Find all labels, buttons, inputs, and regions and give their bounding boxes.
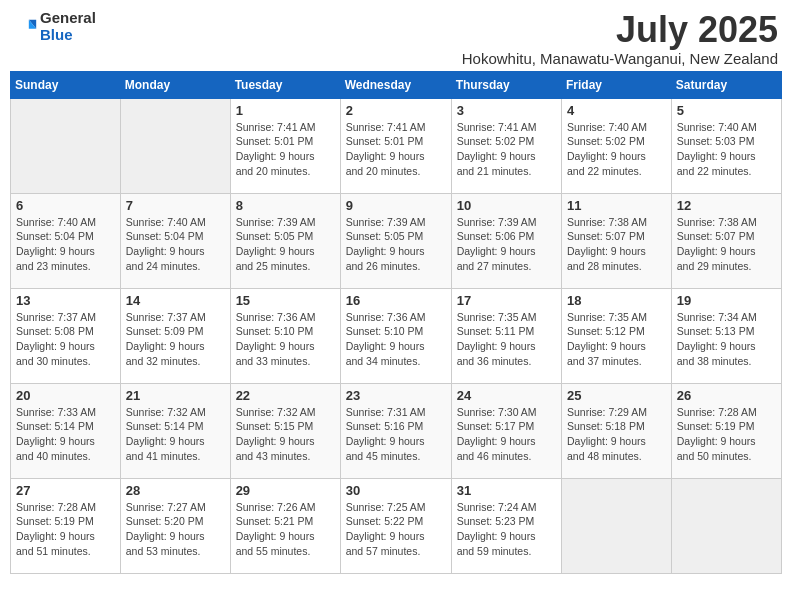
logo: General Blue — [14, 10, 96, 43]
day-number: 20 — [16, 388, 115, 403]
day-info: Sunrise: 7:40 AM Sunset: 5:04 PM Dayligh… — [126, 215, 225, 274]
calendar-cell: 12Sunrise: 7:38 AM Sunset: 5:07 PM Dayli… — [671, 193, 781, 288]
day-number: 26 — [677, 388, 776, 403]
day-number: 11 — [567, 198, 666, 213]
day-info: Sunrise: 7:34 AM Sunset: 5:13 PM Dayligh… — [677, 310, 776, 369]
column-header-sunday: Sunday — [11, 71, 121, 98]
logo-icon — [16, 16, 38, 38]
calendar-table: SundayMondayTuesdayWednesdayThursdayFrid… — [10, 71, 782, 574]
calendar-cell: 14Sunrise: 7:37 AM Sunset: 5:09 PM Dayli… — [120, 288, 230, 383]
day-info: Sunrise: 7:40 AM Sunset: 5:03 PM Dayligh… — [677, 120, 776, 179]
column-header-thursday: Thursday — [451, 71, 561, 98]
day-info: Sunrise: 7:24 AM Sunset: 5:23 PM Dayligh… — [457, 500, 556, 559]
day-info: Sunrise: 7:41 AM Sunset: 5:01 PM Dayligh… — [346, 120, 446, 179]
calendar-cell: 17Sunrise: 7:35 AM Sunset: 5:11 PM Dayli… — [451, 288, 561, 383]
day-number: 9 — [346, 198, 446, 213]
day-number: 16 — [346, 293, 446, 308]
calendar-cell: 27Sunrise: 7:28 AM Sunset: 5:19 PM Dayli… — [11, 478, 121, 573]
day-info: Sunrise: 7:41 AM Sunset: 5:01 PM Dayligh… — [236, 120, 335, 179]
day-info: Sunrise: 7:36 AM Sunset: 5:10 PM Dayligh… — [346, 310, 446, 369]
column-header-monday: Monday — [120, 71, 230, 98]
location-title: Hokowhitu, Manawatu-Wanganui, New Zealan… — [462, 50, 778, 67]
day-number: 22 — [236, 388, 335, 403]
calendar-week-1: 6Sunrise: 7:40 AM Sunset: 5:04 PM Daylig… — [11, 193, 782, 288]
calendar-cell — [562, 478, 672, 573]
day-info: Sunrise: 7:35 AM Sunset: 5:11 PM Dayligh… — [457, 310, 556, 369]
day-info: Sunrise: 7:27 AM Sunset: 5:20 PM Dayligh… — [126, 500, 225, 559]
day-info: Sunrise: 7:39 AM Sunset: 5:06 PM Dayligh… — [457, 215, 556, 274]
day-info: Sunrise: 7:37 AM Sunset: 5:09 PM Dayligh… — [126, 310, 225, 369]
calendar-cell: 29Sunrise: 7:26 AM Sunset: 5:21 PM Dayli… — [230, 478, 340, 573]
calendar-cell: 9Sunrise: 7:39 AM Sunset: 5:05 PM Daylig… — [340, 193, 451, 288]
calendar-cell: 1Sunrise: 7:41 AM Sunset: 5:01 PM Daylig… — [230, 98, 340, 193]
day-info: Sunrise: 7:35 AM Sunset: 5:12 PM Dayligh… — [567, 310, 666, 369]
day-number: 5 — [677, 103, 776, 118]
calendar-cell: 16Sunrise: 7:36 AM Sunset: 5:10 PM Dayli… — [340, 288, 451, 383]
day-number: 3 — [457, 103, 556, 118]
calendar-cell: 22Sunrise: 7:32 AM Sunset: 5:15 PM Dayli… — [230, 383, 340, 478]
calendar-cell: 30Sunrise: 7:25 AM Sunset: 5:22 PM Dayli… — [340, 478, 451, 573]
calendar-cell: 3Sunrise: 7:41 AM Sunset: 5:02 PM Daylig… — [451, 98, 561, 193]
calendar-cell: 4Sunrise: 7:40 AM Sunset: 5:02 PM Daylig… — [562, 98, 672, 193]
day-number: 25 — [567, 388, 666, 403]
day-info: Sunrise: 7:37 AM Sunset: 5:08 PM Dayligh… — [16, 310, 115, 369]
day-info: Sunrise: 7:25 AM Sunset: 5:22 PM Dayligh… — [346, 500, 446, 559]
day-number: 18 — [567, 293, 666, 308]
column-header-saturday: Saturday — [671, 71, 781, 98]
column-header-wednesday: Wednesday — [340, 71, 451, 98]
day-number: 2 — [346, 103, 446, 118]
calendar-cell: 7Sunrise: 7:40 AM Sunset: 5:04 PM Daylig… — [120, 193, 230, 288]
logo-general: General — [40, 10, 96, 27]
calendar-cell: 2Sunrise: 7:41 AM Sunset: 5:01 PM Daylig… — [340, 98, 451, 193]
day-info: Sunrise: 7:39 AM Sunset: 5:05 PM Dayligh… — [236, 215, 335, 274]
day-number: 7 — [126, 198, 225, 213]
day-info: Sunrise: 7:33 AM Sunset: 5:14 PM Dayligh… — [16, 405, 115, 464]
day-info: Sunrise: 7:39 AM Sunset: 5:05 PM Dayligh… — [346, 215, 446, 274]
day-number: 6 — [16, 198, 115, 213]
day-info: Sunrise: 7:38 AM Sunset: 5:07 PM Dayligh… — [677, 215, 776, 274]
calendar-cell: 6Sunrise: 7:40 AM Sunset: 5:04 PM Daylig… — [11, 193, 121, 288]
day-number: 21 — [126, 388, 225, 403]
calendar-cell: 10Sunrise: 7:39 AM Sunset: 5:06 PM Dayli… — [451, 193, 561, 288]
calendar-cell — [671, 478, 781, 573]
day-number: 28 — [126, 483, 225, 498]
day-info: Sunrise: 7:40 AM Sunset: 5:02 PM Dayligh… — [567, 120, 666, 179]
calendar-cell: 25Sunrise: 7:29 AM Sunset: 5:18 PM Dayli… — [562, 383, 672, 478]
page-header: General Blue July 2025 Hokowhitu, Manawa… — [10, 10, 782, 67]
calendar-cell: 13Sunrise: 7:37 AM Sunset: 5:08 PM Dayli… — [11, 288, 121, 383]
day-number: 30 — [346, 483, 446, 498]
day-number: 19 — [677, 293, 776, 308]
calendar-cell — [11, 98, 121, 193]
calendar-cell: 21Sunrise: 7:32 AM Sunset: 5:14 PM Dayli… — [120, 383, 230, 478]
day-number: 15 — [236, 293, 335, 308]
calendar-week-2: 13Sunrise: 7:37 AM Sunset: 5:08 PM Dayli… — [11, 288, 782, 383]
calendar-cell: 28Sunrise: 7:27 AM Sunset: 5:20 PM Dayli… — [120, 478, 230, 573]
day-number: 13 — [16, 293, 115, 308]
calendar-cell: 23Sunrise: 7:31 AM Sunset: 5:16 PM Dayli… — [340, 383, 451, 478]
title-block: July 2025 Hokowhitu, Manawatu-Wanganui, … — [462, 10, 778, 67]
column-header-tuesday: Tuesday — [230, 71, 340, 98]
day-info: Sunrise: 7:32 AM Sunset: 5:15 PM Dayligh… — [236, 405, 335, 464]
day-info: Sunrise: 7:41 AM Sunset: 5:02 PM Dayligh… — [457, 120, 556, 179]
logo-text: General Blue — [40, 10, 96, 43]
column-header-friday: Friday — [562, 71, 672, 98]
day-number: 8 — [236, 198, 335, 213]
month-title: July 2025 — [462, 10, 778, 50]
calendar-cell: 8Sunrise: 7:39 AM Sunset: 5:05 PM Daylig… — [230, 193, 340, 288]
calendar-cell: 18Sunrise: 7:35 AM Sunset: 5:12 PM Dayli… — [562, 288, 672, 383]
day-number: 12 — [677, 198, 776, 213]
day-info: Sunrise: 7:30 AM Sunset: 5:17 PM Dayligh… — [457, 405, 556, 464]
calendar-cell: 19Sunrise: 7:34 AM Sunset: 5:13 PM Dayli… — [671, 288, 781, 383]
day-info: Sunrise: 7:29 AM Sunset: 5:18 PM Dayligh… — [567, 405, 666, 464]
day-number: 31 — [457, 483, 556, 498]
day-number: 27 — [16, 483, 115, 498]
calendar-week-3: 20Sunrise: 7:33 AM Sunset: 5:14 PM Dayli… — [11, 383, 782, 478]
calendar-week-0: 1Sunrise: 7:41 AM Sunset: 5:01 PM Daylig… — [11, 98, 782, 193]
calendar-week-4: 27Sunrise: 7:28 AM Sunset: 5:19 PM Dayli… — [11, 478, 782, 573]
calendar-cell: 20Sunrise: 7:33 AM Sunset: 5:14 PM Dayli… — [11, 383, 121, 478]
day-info: Sunrise: 7:32 AM Sunset: 5:14 PM Dayligh… — [126, 405, 225, 464]
calendar-cell: 11Sunrise: 7:38 AM Sunset: 5:07 PM Dayli… — [562, 193, 672, 288]
day-info: Sunrise: 7:36 AM Sunset: 5:10 PM Dayligh… — [236, 310, 335, 369]
day-number: 4 — [567, 103, 666, 118]
day-number: 1 — [236, 103, 335, 118]
